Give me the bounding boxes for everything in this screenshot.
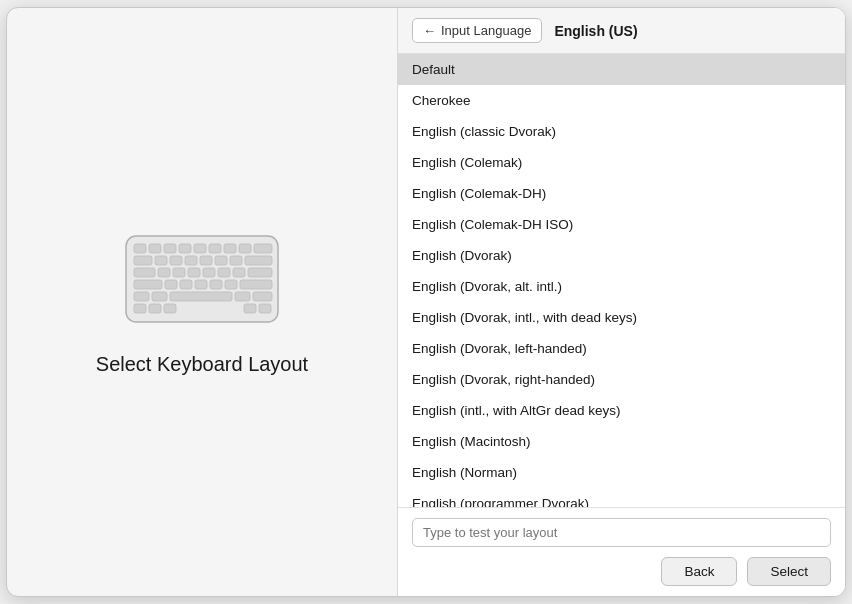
svg-rect-6 <box>209 244 221 253</box>
svg-rect-13 <box>185 256 197 265</box>
svg-rect-34 <box>152 292 167 301</box>
right-footer: Back Select <box>398 507 845 596</box>
svg-rect-37 <box>253 292 272 301</box>
layout-list[interactable]: DefaultCherokeeEnglish (classic Dvorak)E… <box>398 54 845 507</box>
svg-rect-16 <box>230 256 242 265</box>
list-item[interactable]: English (Colemak-DH ISO) <box>398 209 845 240</box>
left-panel: Select Keyboard Layout <box>7 8 397 596</box>
right-panel: ← Input Language English (US) DefaultChe… <box>397 8 845 596</box>
svg-rect-33 <box>134 292 149 301</box>
svg-rect-7 <box>224 244 236 253</box>
select-button[interactable]: Select <box>747 557 831 586</box>
svg-rect-22 <box>203 268 215 277</box>
test-layout-input[interactable] <box>412 518 831 547</box>
input-language-button[interactable]: ← Input Language <box>412 18 542 43</box>
list-item[interactable]: Default <box>398 54 845 85</box>
svg-rect-9 <box>254 244 272 253</box>
svg-rect-14 <box>200 256 212 265</box>
svg-rect-38 <box>134 304 146 313</box>
list-item[interactable]: English (classic Dvorak) <box>398 116 845 147</box>
svg-rect-5 <box>194 244 206 253</box>
footer-buttons: Back Select <box>412 557 831 586</box>
svg-rect-2 <box>149 244 161 253</box>
back-btn-label: Input Language <box>441 23 531 38</box>
svg-rect-3 <box>164 244 176 253</box>
svg-rect-32 <box>240 280 272 289</box>
header-language-title: English (US) <box>554 23 637 39</box>
panel-title: Select Keyboard Layout <box>96 353 308 376</box>
svg-rect-19 <box>158 268 170 277</box>
svg-rect-11 <box>155 256 167 265</box>
list-item[interactable]: English (Macintosh) <box>398 426 845 457</box>
list-item[interactable]: English (Dvorak, right-handed) <box>398 364 845 395</box>
arrow-left-icon: ← <box>423 23 436 38</box>
svg-rect-18 <box>134 268 155 277</box>
svg-rect-1 <box>134 244 146 253</box>
svg-rect-42 <box>259 304 271 313</box>
dialog: Select Keyboard Layout ← Input Language … <box>6 7 846 597</box>
svg-rect-40 <box>164 304 176 313</box>
list-item[interactable]: English (Colemak) <box>398 147 845 178</box>
list-item[interactable]: English (Dvorak, intl., with dead keys) <box>398 302 845 333</box>
svg-rect-28 <box>180 280 192 289</box>
svg-rect-36 <box>235 292 250 301</box>
svg-rect-26 <box>134 280 162 289</box>
svg-rect-31 <box>225 280 237 289</box>
svg-rect-30 <box>210 280 222 289</box>
svg-rect-12 <box>170 256 182 265</box>
svg-rect-25 <box>248 268 272 277</box>
list-item[interactable]: English (programmer Dvorak) <box>398 488 845 507</box>
svg-rect-29 <box>195 280 207 289</box>
list-item[interactable]: English (Norman) <box>398 457 845 488</box>
list-item[interactable]: English (Dvorak) <box>398 240 845 271</box>
svg-rect-41 <box>244 304 256 313</box>
list-item[interactable]: Cherokee <box>398 85 845 116</box>
list-item[interactable]: English (intl., with AltGr dead keys) <box>398 395 845 426</box>
list-item[interactable]: English (Dvorak, left-handed) <box>398 333 845 364</box>
keyboard-icon <box>124 234 280 324</box>
list-item[interactable]: English (Dvorak, alt. intl.) <box>398 271 845 302</box>
svg-rect-10 <box>134 256 152 265</box>
svg-rect-23 <box>218 268 230 277</box>
svg-rect-15 <box>215 256 227 265</box>
list-item[interactable]: English (Colemak-DH) <box>398 178 845 209</box>
svg-rect-4 <box>179 244 191 253</box>
svg-rect-17 <box>245 256 272 265</box>
svg-rect-35 <box>170 292 232 301</box>
svg-rect-24 <box>233 268 245 277</box>
keyboard-icon-wrap <box>122 229 282 329</box>
svg-rect-20 <box>173 268 185 277</box>
svg-rect-39 <box>149 304 161 313</box>
svg-rect-8 <box>239 244 251 253</box>
right-header: ← Input Language English (US) <box>398 8 845 54</box>
back-button[interactable]: Back <box>661 557 737 586</box>
svg-rect-27 <box>165 280 177 289</box>
svg-rect-21 <box>188 268 200 277</box>
